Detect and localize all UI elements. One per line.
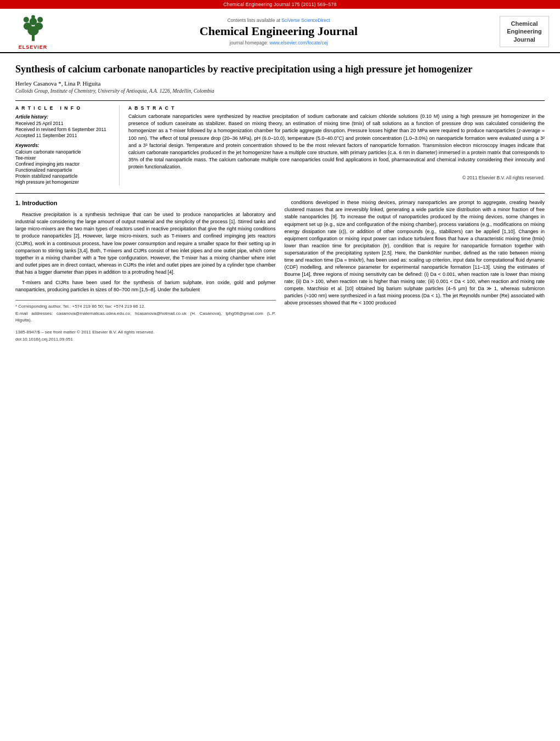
main-content: Synthesis of calcium carbonate nanoparti…	[0, 53, 560, 348]
body-col-left: 1. Introduction Reactive precipitation i…	[15, 199, 276, 342]
header-center: Contents lists available at SciVerse Sci…	[66, 18, 491, 45]
svg-point-6	[37, 17, 43, 22]
received-revised-date: Received in revised form 6 September 201…	[15, 127, 112, 132]
footer-notes: * Corresponding author. Tel.: +574 219 8…	[15, 300, 276, 324]
keywords-label: Keywords:	[15, 143, 112, 148]
keyword-2: Tee-mixer	[15, 155, 112, 161]
journal-homepage: journal homepage: www.elsevier.com/locat…	[66, 40, 491, 46]
sciverse-link[interactable]: SciVerse ScienceDirect	[281, 18, 330, 23]
article-info-heading: A R T I C L E I N F O	[15, 105, 112, 111]
article-title: Synthesis of calcium carbonate nanoparti…	[15, 63, 545, 76]
article-info: A R T I C L E I N F O Article history: R…	[15, 105, 120, 185]
history-label: Article history:	[15, 114, 112, 120]
footer-corresponding: * Corresponding author. Tel.: +574 219 8…	[15, 303, 276, 310]
keyword-4: Functionalized nanoparticle	[15, 167, 112, 173]
body-columns: 1. Introduction Reactive precipitation i…	[15, 199, 545, 342]
body-para-1: Reactive precipitation is a synthesis te…	[15, 211, 276, 275]
footer-bottom: 1385-8947/$ – see front matter © 2011 El…	[15, 329, 276, 336]
svg-point-7	[31, 15, 35, 19]
keyword-1: Calcium carbonate nanoparticle	[15, 149, 112, 155]
article-affiliation: Colloids Group, Institute of Chemistry, …	[15, 88, 545, 94]
accepted-date: Accepted 11 September 2011	[15, 133, 112, 138]
section-divider	[15, 193, 545, 194]
info-abstract-section: A R T I C L E I N F O Article history: R…	[15, 100, 545, 185]
elsevier-logo: ELSEVIER	[11, 13, 55, 50]
footer-doi: doi:10.1016/j.cej.2011.09.051	[15, 336, 276, 343]
journal-title-side: ChemicalEngineeringJournal	[500, 16, 549, 47]
footer-email: E-mail addresses: casanova@matematicas.u…	[15, 310, 276, 323]
svg-point-5	[23, 17, 29, 22]
body-col-right: conditions developed in these mixing dev…	[285, 199, 545, 342]
sciverse-line: Contents lists available at SciVerse Sci…	[66, 18, 491, 23]
abstract-section: A B S T R A C T Calcium carbonate nanopa…	[128, 105, 545, 185]
journal-bar: Chemical Engineering Journal 175 (2011) …	[0, 0, 560, 9]
section-1-heading: 1. Introduction	[15, 199, 276, 208]
abstract-text: Calcium carbonate nanoparticles were syn…	[128, 113, 545, 170]
received-date: Received 25 April 2011	[15, 121, 112, 126]
body-para-2: T-mixers and CIJRs have been used for th…	[15, 279, 276, 293]
header-area: ELSEVIER Contents lists available at Sci…	[0, 9, 560, 53]
copyright-line: © 2011 Elsevier B.V. All rights reserved…	[128, 175, 545, 180]
keyword-3: Confined impinging jets reactor	[15, 161, 112, 167]
abstract-heading: A B S T R A C T	[128, 105, 545, 111]
journal-title: Chemical Engineering Journal	[66, 25, 491, 38]
elsevier-brand-text: ELSEVIER	[19, 44, 48, 50]
body-para-col2-1: conditions developed in these mixing dev…	[285, 199, 545, 307]
article-authors: Herley Casanova *, Lina P. Higuita	[15, 80, 545, 87]
footer-issn: 1385-8947/$ – see front matter © 2011 El…	[15, 329, 154, 336]
keyword-6: High pressure jet homogenizer	[15, 179, 112, 185]
keyword-5: Protein stabilized nanoparticle	[15, 173, 112, 179]
homepage-link[interactable]: www.elsevier.com/locate/cej	[269, 40, 327, 46]
